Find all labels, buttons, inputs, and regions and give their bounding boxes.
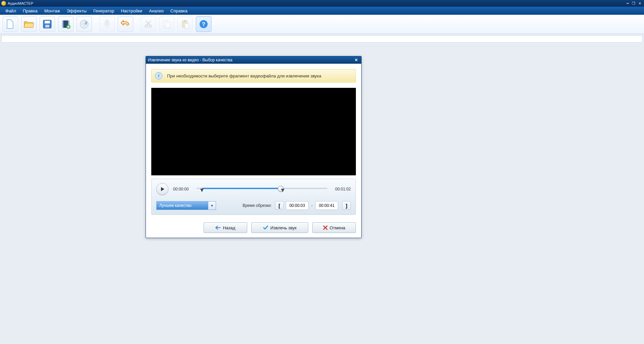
svg-point-8 [83, 23, 85, 25]
chevron-down-icon: ▾ [208, 202, 216, 210]
playback-total-time: 00:01:02 [332, 187, 351, 191]
video-preview [151, 88, 356, 175]
help-icon: ? [199, 19, 208, 29]
svg-point-10 [105, 20, 109, 25]
info-strip [1, 35, 643, 43]
back-button[interactable]: Назад [204, 222, 247, 233]
dialog-button-row: Назад Извлечь звук Отмена [146, 219, 361, 238]
svg-point-12 [149, 25, 152, 27]
paste-icon [181, 19, 190, 29]
toolbar-open-button[interactable] [21, 16, 37, 32]
extract-button-label: Извлечь звук [270, 225, 297, 230]
cd-music-icon [79, 19, 89, 29]
info-icon: i [155, 72, 162, 79]
trim-separator: - [311, 203, 313, 208]
workspace: Извлечение звука из видео - Выбор качест… [0, 43, 644, 344]
set-trim-end-button[interactable]: ] [342, 201, 351, 210]
back-button-label: Назад [223, 225, 235, 230]
quality-select[interactable]: Лучшее качество ▾ [156, 201, 216, 210]
svg-rect-2 [45, 25, 49, 27]
menu-bar: Файл Правка Монтаж Эффекты Генератор Нас… [0, 7, 644, 15]
trim-end-input[interactable] [315, 201, 338, 210]
toolbar-new-button[interactable] [3, 16, 18, 32]
menu-generator[interactable]: Генератор [90, 7, 117, 14]
cancel-button[interactable]: Отмена [312, 222, 356, 233]
playback-panel: 00:00:00 00:01:02 Лучшее качество ▾ [151, 179, 356, 215]
extract-button[interactable]: Извлечь звук [251, 222, 308, 233]
copy-icon [162, 19, 171, 29]
play-button[interactable] [156, 183, 168, 195]
playback-current-time: 00:00:00 [173, 187, 192, 191]
extract-audio-dialog: Извлечение звука из видео - Выбор качест… [146, 56, 362, 238]
set-trim-start-button[interactable]: [ [275, 201, 284, 210]
window-close-button[interactable]: ✕ [637, 1, 643, 6]
folder-open-icon [23, 20, 34, 28]
trim-start-input[interactable] [286, 201, 309, 210]
microphone-icon [103, 19, 111, 29]
svg-point-11 [145, 25, 148, 27]
menu-edit[interactable]: Правка [19, 7, 41, 14]
info-banner-text: При необходимости выберите фрагмент виде… [167, 73, 321, 78]
toolbar-paste-button [177, 16, 193, 32]
svg-rect-4 [62, 20, 63, 28]
svg-rect-1 [45, 21, 50, 23]
window-minimize-button[interactable]: ━ [625, 1, 631, 6]
toolbar-cut-button [141, 16, 156, 32]
app-title: АудиоМАСТЕР [8, 1, 33, 5]
undo-icon [121, 20, 130, 28]
toolbar-undo-button[interactable] [118, 16, 133, 32]
toolbar-copy-button [159, 16, 174, 32]
trim-start-handle[interactable] [200, 189, 204, 192]
cancel-button-label: Отмена [330, 225, 345, 230]
svg-rect-14 [165, 22, 170, 28]
info-banner: i При необходимости выберите фрагмент ви… [151, 69, 356, 82]
quality-select-value: Лучшее качество [157, 203, 208, 208]
floppy-save-icon [43, 19, 52, 29]
svg-text:?: ? [202, 21, 205, 27]
play-icon [160, 187, 165, 191]
svg-point-9 [85, 23, 87, 24]
toolbar-cd-button[interactable] [76, 16, 92, 32]
menu-montage[interactable]: Монтаж [41, 7, 63, 14]
svg-rect-17 [185, 23, 189, 28]
svg-rect-16 [184, 20, 186, 22]
menu-effects[interactable]: Эффекты [63, 7, 90, 14]
menu-help[interactable]: Справка [167, 7, 191, 14]
toolbar-save-button[interactable] [40, 16, 55, 32]
trim-label: Время обрезки: [243, 203, 272, 208]
toolbar-help-button[interactable]: ? [196, 16, 211, 32]
arrow-left-icon [215, 226, 221, 230]
main-toolbar: ? [0, 15, 644, 34]
trim-slider[interactable] [197, 184, 327, 194]
window-titlebar: АудиоМАСТЕР ━ ❐ ✕ [0, 0, 644, 7]
menu-file[interactable]: Файл [2, 7, 19, 14]
toolbar-record-button [99, 16, 115, 32]
window-maximize-button[interactable]: ❐ [631, 1, 637, 6]
dialog-titlebar: Извлечение звука из видео - Выбор качест… [146, 56, 361, 64]
app-logo-icon [1, 1, 6, 6]
dialog-close-button[interactable]: ✕ [353, 57, 359, 63]
trim-end-handle[interactable] [281, 189, 284, 192]
new-file-icon [6, 19, 15, 29]
menu-analysis[interactable]: Анализ [146, 7, 167, 14]
check-icon [263, 225, 268, 230]
dialog-title: Извлечение звука из видео - Выбор качест… [148, 58, 232, 62]
toolbar-add-video-button[interactable] [58, 16, 73, 32]
film-add-icon [61, 19, 70, 29]
scissors-icon [144, 20, 153, 28]
menu-settings[interactable]: Настройки [117, 7, 146, 14]
cancel-icon [323, 225, 328, 230]
